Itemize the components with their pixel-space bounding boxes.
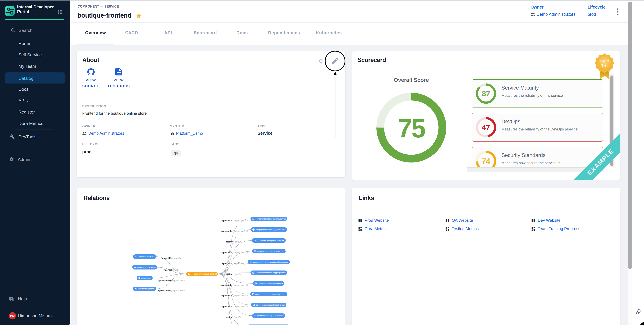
svg-text:dependsOn / dependencyOf: dependsOn / dependencyOf: [221, 305, 248, 308]
svg-text:hasPart / partOf: hasPart / partOf: [226, 241, 241, 243]
svg-text:?: ?: [10, 297, 12, 300]
svg-text:component:boutique-productcata: component:boutique-productcatalogservice: [253, 261, 288, 263]
svg-text:component:boutique-adservice: component:boutique-adservice: [258, 282, 283, 285]
svg-text:system:Platform_Demo: system:Platform_Demo: [137, 266, 156, 268]
svg-text:component:boutique-loadgenerat: component:boutique-loadgenerator: [256, 304, 285, 306]
svg-text:Demo Administrators: Demo Administrators: [138, 256, 155, 258]
svg-text:api:starwars-graphql: api:starwars-graphql: [138, 288, 154, 290]
svg-text:hasPart / partOf: hasPart / partOf: [226, 316, 241, 319]
svg-text:component:boutique-frontend: component:boutique-frontend: [192, 273, 217, 275]
svg-text:47: 47: [482, 123, 490, 132]
svg-text:component:boutique-checkoutser: component:boutique-checkoutservice: [255, 293, 286, 295]
svg-text:component:boutique-redisservic: component:boutique-redisservice: [257, 240, 284, 242]
svg-text:Gold: Gold: [600, 59, 609, 63]
svg-text:hasPart / partOf: hasPart / partOf: [164, 269, 179, 271]
svg-text:component:boutique-shippingser: component:boutique-shippingservice: [256, 272, 286, 274]
svg-text:api:petstore: api:petstore: [141, 277, 151, 279]
svg-text:hasPart / partOf: hasPart / partOf: [226, 273, 241, 276]
svg-text:dependsOn / dependencyOf: dependsOn / dependencyOf: [221, 295, 248, 297]
svg-text:dependsOn / dependencyOf: dependsOn / dependencyOf: [221, 262, 248, 265]
svg-text:74: 74: [482, 157, 490, 165]
svg-text:dependsOn / dependencyOf: dependsOn / dependencyOf: [221, 251, 248, 254]
svg-text:apiProvidedBy / providesApi: apiProvidedBy / providesApi: [158, 289, 185, 292]
svg-text:component:boutique-emailservic: component:boutique-emailservice: [257, 250, 285, 252]
svg-text:75: 75: [398, 114, 425, 143]
svg-text:dependsOn / dependencyOf: dependsOn / dependencyOf: [221, 284, 248, 286]
svg-text:dependsOn / dependencyOf: dependsOn / dependencyOf: [221, 230, 248, 232]
svg-text:component:boutique-currencyser: component:boutique-currencyservice: [256, 218, 286, 220]
svg-text:component:boutique-paymentserv: component:boutique-paymentservice: [256, 229, 286, 231]
svg-text:apiProvidedBy / providesApi: apiProvidedBy / providesApi: [158, 279, 185, 282]
svg-text:dependsOn / dependencyOf: dependsOn / dependencyOf: [221, 219, 248, 222]
svg-text:component:boutique-cartservice: component:boutique-cartservice: [257, 315, 284, 317]
svg-text:ownerOf / ownedBy: ownerOf / ownedBy: [162, 257, 181, 259]
svg-text:87: 87: [482, 89, 490, 98]
svg-text:Tier: Tier: [601, 63, 608, 67]
